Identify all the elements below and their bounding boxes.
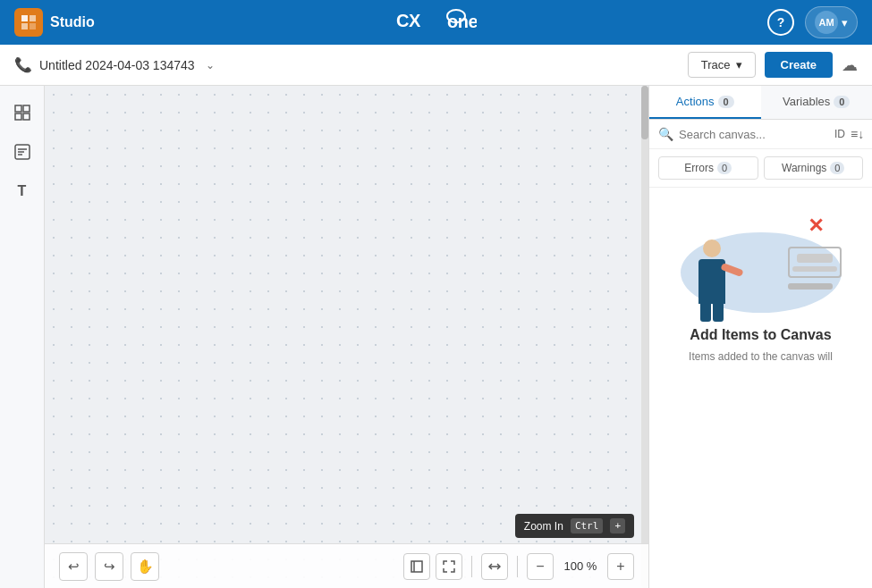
studio-logo: Studio (14, 8, 95, 37)
app-header: Studio CX one ? AM ▾ (0, 0, 872, 45)
figure-leg-left (700, 304, 711, 322)
trace-label: Trace (701, 58, 731, 71)
errors-badge: 0 (717, 162, 732, 174)
header-right: ? AM ▾ (767, 6, 858, 38)
left-sidebar: T (0, 86, 45, 588)
zoom-out-button[interactable]: − (527, 553, 554, 580)
sidebar-icon-text[interactable]: T (6, 175, 38, 207)
warnings-filter-button[interactable]: Warnings 0 (764, 156, 864, 180)
bottom-bar-left: ↩ ↪ ✋ (59, 552, 159, 581)
zoom-tooltip-kbd: Ctrl (571, 518, 604, 533)
add-items-title: Add Items to Canvas (690, 327, 831, 343)
tab-variables-label: Variables (783, 95, 830, 108)
svg-text:CX: CX (396, 11, 421, 30)
text-icon: T (18, 183, 27, 199)
undo-icon: ↩ (68, 559, 80, 575)
canvas-scrollbar[interactable] (641, 86, 648, 588)
panel-tabs: Actions 0 Variables 0 (649, 86, 872, 120)
add-items-desc: Items added to the canvas will (674, 350, 847, 363)
id-label: ID (834, 128, 845, 140)
warnings-badge: 0 (830, 162, 844, 174)
warnings-label: Warnings (782, 162, 826, 174)
redo-icon: ↪ (104, 559, 115, 575)
redo-button[interactable]: ↪ (95, 552, 123, 581)
tab-actions-label: Actions (676, 95, 715, 108)
trace-dropdown-arrow: ▾ (736, 58, 742, 71)
zoom-in-icon: + (616, 559, 624, 575)
create-button[interactable]: Create (765, 52, 833, 78)
zoom-level: 100 % (559, 559, 602, 573)
search-area: 🔍 ID ≡↓ (649, 120, 872, 149)
svg-rect-7 (15, 105, 21, 112)
hand-icon: ✋ (137, 559, 154, 575)
app-title: Studio (50, 14, 95, 30)
avatar-dropdown-arrow: ▾ (842, 16, 848, 29)
illustration: ✕ (672, 206, 851, 313)
panel-lines (788, 247, 842, 295)
divider2 (517, 556, 518, 577)
canvas-area[interactable]: ↩ ↪ ✋ (45, 86, 648, 588)
help-button[interactable]: ? (767, 9, 794, 36)
zoom-tooltip-label: Zoom In (524, 520, 563, 533)
phone-icon: 📞 (14, 56, 32, 73)
canvas-scrollbar-thumb (641, 86, 648, 139)
panel-box (788, 247, 842, 278)
x-mark-icon: ✕ (808, 214, 824, 238)
hand-tool-button[interactable]: ✋ (131, 552, 159, 581)
sidebar-icon-code[interactable] (6, 136, 38, 168)
main-layout: T ↩ ↪ ✋ (0, 86, 872, 588)
toolbar-left: 📞 Untitled 2024-04-03 134743 ⌄ (14, 56, 215, 73)
avatar-button[interactable]: AM ▾ (805, 6, 858, 38)
canvas-bottom-bar: ↩ ↪ ✋ (45, 543, 648, 588)
figure-leg-right (713, 304, 724, 322)
search-input[interactable] (679, 128, 829, 141)
zoom-tooltip: Zoom In Ctrl + (515, 514, 634, 538)
svg-rect-8 (23, 105, 30, 112)
avatar: AM (815, 11, 838, 34)
search-icon: 🔍 (658, 127, 673, 141)
toolbar-right: Trace ▾ Create ☁ (688, 52, 858, 78)
figure-head (703, 239, 721, 257)
header-left: Studio (14, 8, 95, 37)
divider (471, 556, 472, 577)
fit-screen-button[interactable] (436, 553, 462, 580)
errors-filter-button[interactable]: Errors 0 (658, 156, 758, 180)
zoom-in-button[interactable]: + (607, 553, 634, 580)
undo-button[interactable]: ↩ (59, 552, 88, 581)
fit-width-button[interactable] (481, 553, 508, 580)
svg-rect-3 (30, 23, 36, 29)
svg-rect-10 (23, 113, 30, 120)
tab-variables[interactable]: Variables 0 (761, 86, 873, 119)
panel-content: ✕ (649, 188, 872, 588)
zoom-tooltip-plus: + (610, 518, 625, 533)
tab-actions[interactable]: Actions 0 (649, 86, 761, 119)
zoom-out-icon: − (536, 559, 544, 575)
toolbar-row: 📞 Untitled 2024-04-03 134743 ⌄ Trace ▾ C… (0, 45, 872, 86)
svg-rect-9 (15, 113, 21, 120)
bottom-bar-right: − 100 % + (403, 553, 634, 580)
svg-text:one: one (447, 12, 477, 31)
right-panel: Actions 0 Variables 0 🔍 ID ≡↓ Errors 0 W… (648, 86, 872, 588)
svg-rect-2 (21, 23, 28, 29)
header-center-logo: CX one (396, 7, 477, 38)
sidebar-icon-shapes[interactable] (6, 97, 38, 129)
tab-variables-badge: 0 (834, 96, 850, 108)
filter-row: Errors 0 Warnings 0 (649, 149, 872, 188)
trace-button[interactable]: Trace ▾ (688, 52, 756, 78)
script-title-dropdown[interactable]: ⌄ (206, 59, 215, 71)
svg-rect-15 (411, 561, 422, 572)
tab-actions-badge: 0 (718, 96, 734, 108)
script-title: Untitled 2024-04-03 134743 (39, 58, 195, 72)
svg-rect-0 (21, 15, 28, 21)
cloud-button[interactable]: ☁ (842, 55, 858, 75)
logo-icon (14, 8, 43, 37)
sidebar-toggle-button[interactable] (403, 553, 430, 580)
figure (698, 259, 725, 304)
svg-rect-1 (30, 15, 36, 21)
errors-label: Errors (684, 162, 714, 174)
figure-body (698, 259, 725, 304)
sort-icon[interactable]: ≡↓ (851, 127, 864, 141)
